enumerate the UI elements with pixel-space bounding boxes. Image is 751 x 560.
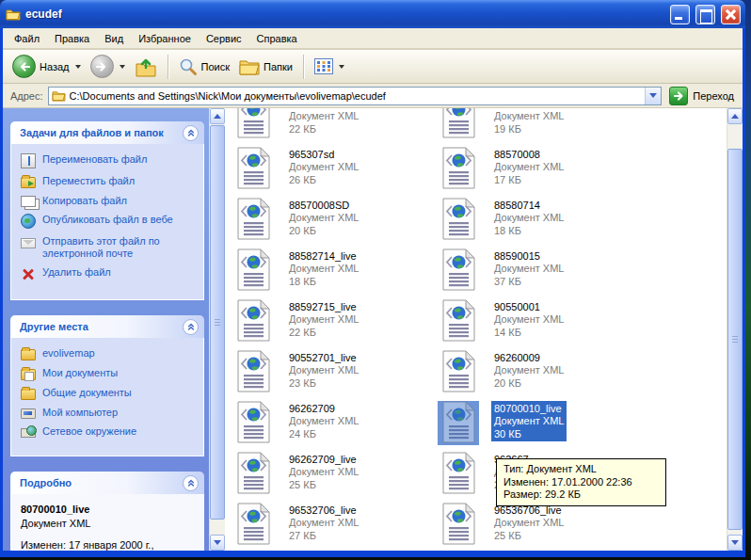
scroll-up-button[interactable] xyxy=(727,108,743,124)
file-item[interactable]: 96536706_live Документ XML 25 КБ xyxy=(438,502,643,551)
back-dropdown-icon xyxy=(75,65,81,69)
views-icon xyxy=(314,58,333,74)
file-size: 20 КБ xyxy=(494,377,564,391)
file-size: 25 КБ xyxy=(494,530,564,543)
search-button[interactable]: Поиск xyxy=(175,56,233,78)
menu-item[interactable]: Справка xyxy=(249,30,305,47)
file-name: 96532706_live xyxy=(289,504,359,517)
file-item[interactable]: 96532706_live Документ XML 27 КБ xyxy=(232,502,438,551)
file-type: Документ XML xyxy=(289,313,359,327)
file-size: 22 КБ xyxy=(289,327,359,340)
forward-dropdown-icon xyxy=(120,65,125,69)
xml-document-icon xyxy=(438,299,479,344)
menu-item[interactable]: Вид xyxy=(97,30,131,47)
go-arrow-icon xyxy=(669,87,688,105)
file-size: 30 КБ xyxy=(494,428,564,441)
back-button[interactable]: Назад xyxy=(8,53,85,80)
xml-document-icon xyxy=(232,350,274,394)
folders-button[interactable]: Папки xyxy=(235,56,296,77)
collapse-icon[interactable] xyxy=(183,125,199,141)
other-places-header[interactable]: Другие места xyxy=(10,315,204,338)
task-link[interactable]: Копировать файл xyxy=(21,195,190,207)
address-bar: Адрес: Переход xyxy=(3,84,743,108)
file-item[interactable]: 88580714 Документ XML 18 КБ xyxy=(438,197,643,248)
scroll-down-button[interactable] xyxy=(727,535,743,551)
up-button[interactable] xyxy=(131,55,161,79)
minimize-button[interactable] xyxy=(670,5,690,24)
place-link[interactable]: evolivemap xyxy=(21,347,190,360)
scroll-thumb[interactable] xyxy=(210,125,225,520)
file-item[interactable]: 90550001 Документ XML 14 КБ xyxy=(438,298,643,349)
file-size: 24 КБ xyxy=(289,428,359,441)
xml-document-icon xyxy=(232,299,274,344)
task-pane: Задачи для файлов и папок Переименовать … xyxy=(3,108,209,551)
xml-document-icon xyxy=(232,248,274,293)
place-link[interactable]: Мои документы xyxy=(21,367,190,380)
titlebar[interactable]: ecudef xyxy=(0,0,745,28)
file-item[interactable]: Документ XML 19 КБ xyxy=(438,108,643,146)
file-type: Документ XML xyxy=(289,466,359,479)
address-input[interactable] xyxy=(70,90,642,102)
task-link[interactable]: Переместить файл xyxy=(21,175,190,188)
collapse-icon[interactable] xyxy=(183,475,199,491)
menu-item[interactable]: Избранное xyxy=(131,30,199,47)
views-button[interactable] xyxy=(311,56,348,76)
go-button[interactable]: Переход xyxy=(666,86,737,106)
tooltip-line: Размер: 29.2 КБ xyxy=(503,488,659,502)
scroll-up-button[interactable] xyxy=(210,108,225,124)
window-title: ecudef xyxy=(25,8,664,21)
task-link[interactable]: Переименовать файл xyxy=(21,153,190,168)
xml-document-icon xyxy=(438,452,479,496)
file-item[interactable]: 96260009 Документ XML 20 КБ xyxy=(438,349,643,400)
place-link[interactable]: Общие документы xyxy=(21,387,190,400)
menu-item[interactable]: Файл xyxy=(7,30,47,47)
scroll-down-button[interactable] xyxy=(210,535,225,551)
place-link[interactable]: Сетевое окружение xyxy=(21,425,190,438)
file-item[interactable]: 80700010_live Документ XML 30 КБ xyxy=(438,400,643,451)
file-type: Документ XML xyxy=(494,364,564,377)
up-folder-icon xyxy=(135,56,157,77)
file-name: 965307sd xyxy=(289,148,359,161)
task-icon xyxy=(21,214,36,229)
collapse-icon[interactable] xyxy=(183,319,199,335)
file-item[interactable]: 96262709_live Документ XML 25 КБ xyxy=(232,451,438,502)
file-item[interactable]: 90552701_live Документ XML 23 КБ xyxy=(232,349,438,400)
place-link[interactable]: Мой компьютер xyxy=(21,407,190,419)
file-tasks-header[interactable]: Задачи для файлов и папок xyxy=(10,121,204,144)
task-icon xyxy=(21,266,36,281)
file-size: 22 КБ xyxy=(289,123,359,136)
back-icon xyxy=(12,55,36,78)
scroll-track[interactable] xyxy=(727,124,743,535)
file-name: 90552701_live xyxy=(289,351,359,364)
scroll-thumb[interactable] xyxy=(727,149,743,530)
file-item[interactable]: Документ XML 22 КБ xyxy=(232,108,438,146)
forward-button[interactable] xyxy=(87,53,129,80)
address-dropdown-button[interactable] xyxy=(645,88,661,104)
task-link[interactable]: Отправить этот файл по электронной почте xyxy=(21,235,190,260)
file-item[interactable]: 88570008 Документ XML 17 КБ xyxy=(438,146,643,197)
file-name: 96260009 xyxy=(494,351,564,364)
address-field xyxy=(48,87,663,105)
file-size: 20 КБ xyxy=(289,225,359,238)
menu-item[interactable]: Сервис xyxy=(199,30,249,47)
menu-item[interactable]: Правка xyxy=(47,30,97,47)
tooltip-line: Тип: Документ XML xyxy=(503,463,659,476)
file-item[interactable]: 965307sd Документ XML 26 КБ xyxy=(232,146,438,197)
task-link[interactable]: Опубликовать файл в вебе xyxy=(21,214,190,229)
file-item[interactable]: 88590015 Документ XML 37 КБ xyxy=(438,248,643,298)
file-item[interactable]: 96262709 Документ XML 24 КБ xyxy=(232,400,438,451)
other-places-panel: Другие места evolivemap xyxy=(10,315,204,456)
file-item[interactable]: 88570008SD Документ XML 20 КБ xyxy=(232,197,438,248)
folder-icon xyxy=(6,8,21,21)
scroll-track[interactable] xyxy=(210,124,225,535)
maximize-button[interactable] xyxy=(695,5,715,24)
task-link[interactable]: Удалить файл xyxy=(21,266,190,281)
file-item[interactable]: 88582714_live Документ XML 18 КБ xyxy=(232,248,438,298)
task-icon xyxy=(21,196,36,207)
close-button[interactable] xyxy=(721,5,741,24)
file-size: 37 КБ xyxy=(494,276,564,289)
details-header[interactable]: Подробно xyxy=(10,472,204,494)
file-size: 18 КБ xyxy=(289,276,359,289)
desktop: ecudef ФайлПравкаВидИзбранноеСервисСправ… xyxy=(0,0,751,560)
file-item[interactable]: 88592715_live Документ XML 22 КБ xyxy=(232,298,438,349)
